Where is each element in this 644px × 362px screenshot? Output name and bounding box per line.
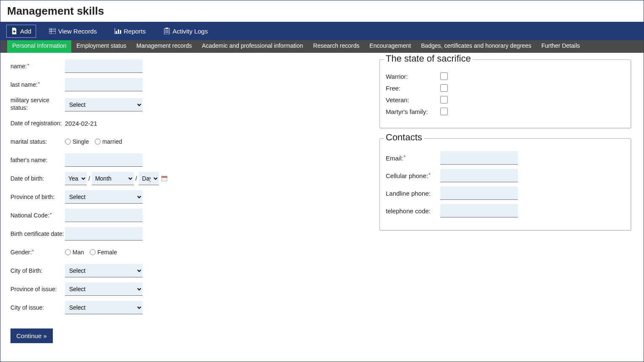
activity-logs-button[interactable]: Activity Logs [159,25,213,38]
svg-rect-10 [166,28,168,29]
add-label: Add [20,28,31,35]
name-input[interactable] [65,59,143,73]
warrior-label: Warrior: [386,73,440,80]
marital-status-label: marital status: [10,138,65,145]
military-status-select[interactable]: Select [65,98,143,111]
chart-icon [114,28,121,34]
page-title: Management skills [0,0,644,22]
national-code-label: National Code:* [10,212,65,219]
birth-cert-date-input[interactable] [65,227,143,240]
contacts-fieldset: Contacts Email:* Cellular phone:* Landli… [379,138,631,230]
reports-button[interactable]: Reports [110,25,151,38]
city-of-birth-label: City of Birth: [10,267,65,274]
tab-academic-professional[interactable]: Academic and professional information [197,40,308,53]
tab-personal-information[interactable]: Personal Information [7,40,71,53]
date-sep-1: / [88,175,90,182]
date-sep-2: / [135,175,137,182]
national-code-input[interactable] [65,209,143,222]
dob-year-select[interactable]: Year [65,172,87,185]
sacrifice-legend: The state of sacrifice [384,53,473,64]
svg-rect-7 [118,29,119,34]
fathers-name-input[interactable] [65,153,143,167]
email-label: Email:* [386,155,440,162]
tab-research-records[interactable]: Research records [308,40,365,53]
cell-phone-label: Cellular phone:* [386,172,440,179]
free-checkbox[interactable] [440,84,448,92]
svg-rect-6 [116,31,117,34]
date-of-registration-value: 2024-02-21 [65,120,97,127]
tab-management-records[interactable]: Management records [131,40,197,53]
date-of-birth-label: Date of birth: [10,175,65,182]
fathers-name-label: father's name: [10,157,65,163]
content: name:* last name:* military service stat… [0,53,644,350]
telephone-code-label: telephone code: [386,207,440,215]
dob-month-select[interactable]: Month [92,172,134,185]
landline-phone-label: Landline phone: [386,190,440,197]
tab-employment-status[interactable]: Employment status [71,40,131,53]
dob-day-select[interactable]: Day [139,172,159,185]
add-button[interactable]: Add [6,25,36,38]
activity-logs-label: Activity Logs [173,28,208,35]
warrior-checkbox[interactable] [440,72,448,80]
province-of-issue-label: Province of issue: [10,286,65,292]
name-label: name:* [10,63,65,70]
list-icon [49,28,56,34]
tab-encouragement[interactable]: Encouragement [364,40,416,53]
right-column: The state of sacrifice Warrior: Free: Ve… [262,59,634,343]
topbar: Add View Records Reports Activity Logs [0,22,644,40]
gender-female-radio[interactable]: Female [90,249,117,256]
svg-rect-8 [120,30,121,34]
gender-label: Gender:* [10,249,65,256]
tabs: Personal Information Employment status M… [0,40,644,53]
left-column: name:* last name:* military service stat… [10,59,245,343]
app-container: Management skills Add View Records Repor… [0,0,644,362]
landline-phone-input[interactable] [440,186,518,200]
svg-rect-15 [161,176,167,178]
martyr-family-label: Martyr's family: [386,108,440,115]
last-name-input[interactable] [65,78,143,91]
email-input[interactable] [440,151,518,165]
province-of-issue-select[interactable]: Select [65,282,143,296]
city-of-issue-label: City of issue: [10,304,65,311]
last-name-label: last name:* [10,81,65,88]
view-records-button[interactable]: View Records [44,25,101,38]
tab-further-details[interactable]: Further Details [536,40,585,53]
city-of-issue-select[interactable]: Select [65,301,143,314]
sacrifice-fieldset: The state of sacrifice Warrior: Free: Ve… [379,59,631,128]
province-of-birth-label: Province of birth: [10,194,65,200]
file-add-icon [11,28,18,34]
free-label: Free: [386,85,440,92]
military-status-label: military service status: [10,96,65,111]
province-of-birth-select[interactable]: Select [65,190,143,204]
view-records-label: View Records [58,28,97,35]
telephone-code-input[interactable] [440,204,518,217]
contacts-legend: Contacts [384,132,424,143]
svg-rect-0 [49,28,56,34]
clipboard-icon [164,28,170,34]
marital-single-radio[interactable]: Single [65,138,89,145]
continue-button[interactable]: Continue » [10,328,53,343]
veteran-checkbox[interactable] [440,96,448,103]
birth-cert-date-label: Birth certificate date: [10,230,65,237]
reports-label: Reports [124,28,146,35]
cell-phone-input[interactable] [440,169,518,182]
date-of-registration-label: Date of registration: [10,120,65,127]
martyr-family-checkbox[interactable] [440,108,448,115]
city-of-birth-select[interactable]: Select [65,264,143,277]
tab-badges[interactable]: Badges, certificates and honorary degree… [416,40,536,53]
gender-man-radio[interactable]: Man [65,249,84,256]
marital-married-radio[interactable]: married [95,138,122,145]
calendar-icon[interactable] [161,176,167,181]
veteran-label: Veteran: [386,96,440,103]
